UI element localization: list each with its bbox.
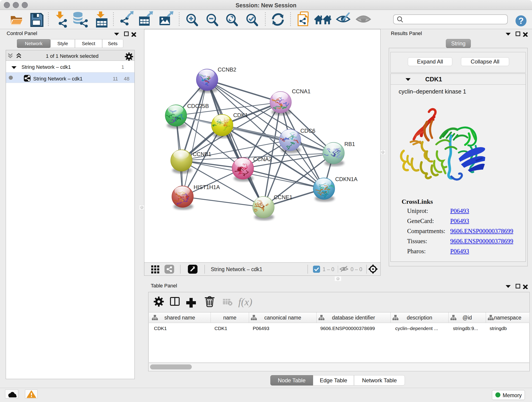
svg-text:CDK1: CDK1 bbox=[233, 112, 248, 118]
svg-text:CCNB1: CCNB1 bbox=[193, 151, 211, 157]
svg-text:f(x): f(x) bbox=[238, 296, 252, 307]
svg-text:CCNE1: CCNE1 bbox=[274, 194, 292, 200]
svg-text:CDC25B: CDC25B bbox=[187, 103, 209, 109]
svg-text:1 – 0: 1 – 0 bbox=[323, 266, 334, 272]
svg-text:?: ? bbox=[518, 16, 524, 26]
svg-text:CDKN1A: CDKN1A bbox=[335, 176, 357, 182]
svg-text:CDC6: CDC6 bbox=[300, 128, 315, 134]
svg-text:CCNB2: CCNB2 bbox=[218, 66, 236, 73]
svg-text:0 – 0: 0 – 0 bbox=[351, 266, 362, 272]
svg-text:RB1: RB1 bbox=[344, 141, 355, 147]
svg-text:CCNA1: CCNA1 bbox=[292, 88, 310, 95]
svg-text:String Network – cdk1: String Network – cdk1 bbox=[211, 266, 262, 272]
svg-text:HIST1H1A: HIST1H1A bbox=[194, 184, 220, 190]
svg-text:CCNA2: CCNA2 bbox=[253, 156, 272, 162]
